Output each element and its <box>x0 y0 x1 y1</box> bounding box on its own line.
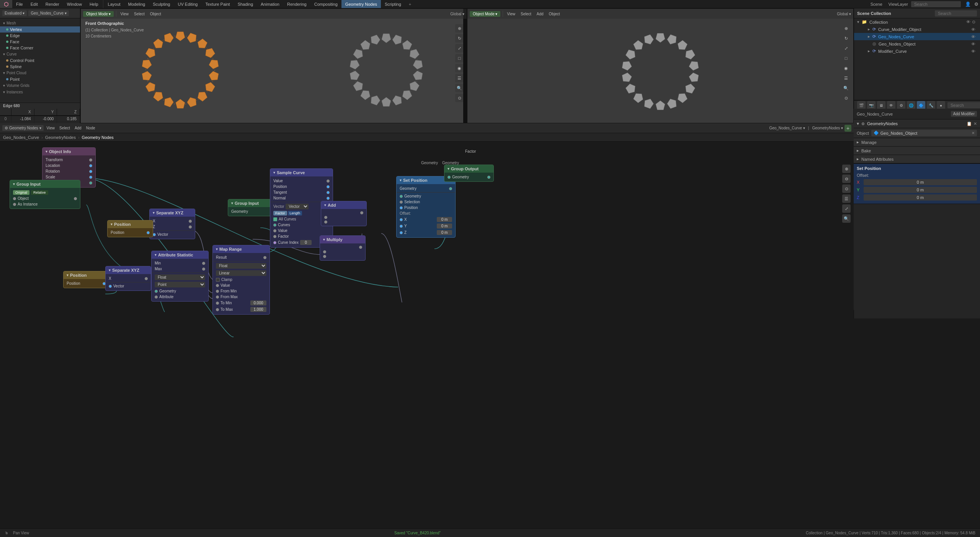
named-attributes-section[interactable]: ▸Named Attributes <box>854 155 980 163</box>
tree-section-mesh[interactable]: ▾Mesh <box>0 20 80 26</box>
header-icon-1[interactable]: 👤 <box>964 0 972 8</box>
node-map-range[interactable]: ▾ Map Range Result Float Lin <box>212 245 270 315</box>
menu-render[interactable]: Render <box>42 0 63 8</box>
checkbox-all-curves[interactable] <box>273 217 277 221</box>
node-editor-mode-btn[interactable]: ⚙ Geometry Nodes ▾ <box>2 125 44 131</box>
tree-item-point[interactable]: Point <box>0 76 80 82</box>
view-icon-1[interactable]: ⊕ <box>455 24 464 33</box>
tab-add[interactable]: + <box>405 0 415 8</box>
node-select-btn[interactable]: Select <box>58 125 72 131</box>
props-icon-object[interactable]: 🔷 <box>917 101 925 109</box>
right-view-icon-6[interactable]: ☰ <box>842 74 850 82</box>
tree-section-volume[interactable]: ▾Volume Grids <box>0 82 80 89</box>
tab-rendering[interactable]: Rendering <box>283 0 310 8</box>
breadcrumb-modifier[interactable]: GeometryNodes <box>45 135 76 140</box>
object-field-value[interactable]: 🔷 Geo_Nodes_Object ✕ <box>871 130 977 136</box>
tree-item-vertex[interactable]: Vertex <box>0 26 80 33</box>
node-add-icon-btn[interactable]: + <box>844 125 851 132</box>
menu-edit[interactable]: Edit <box>27 0 42 8</box>
node-multiply[interactable]: ▾ Multiply <box>320 235 366 261</box>
viewport-object-btn[interactable]: Object <box>149 11 163 17</box>
tab-geometry-nodes[interactable]: Geometry Nodes <box>341 0 381 8</box>
right-add-btn[interactable]: Add <box>535 11 545 17</box>
object-field-x[interactable]: ✕ <box>972 131 975 135</box>
blender-logo[interactable]: ⬡ <box>0 0 12 8</box>
right-view-icon-2[interactable]: ↻ <box>842 34 850 42</box>
add-modifier-btn[interactable]: Add Modifier <box>951 111 977 117</box>
right-view-icon-3[interactable]: ⤢ <box>842 44 850 52</box>
outliner-vis-1[interactable]: 👁 <box>966 20 970 24</box>
view-icon-3[interactable]: ⤢ <box>455 44 464 52</box>
tree-item-face-corner[interactable]: Face Corner <box>0 45 80 51</box>
viewport-left[interactable]: Object Mode ▾ View Select Object Global … <box>80 8 467 123</box>
node-icon-6[interactable]: 🔍 <box>842 214 851 223</box>
bake-section[interactable]: ▸Bake <box>854 147 980 155</box>
outliner-item-curve-modifier[interactable]: ▸ ⟳ Curve_Modifier_Object 👁 <box>854 26 980 33</box>
view-icon-8[interactable]: ⊙ <box>455 94 464 102</box>
right-view-icon-7[interactable]: 🔍 <box>842 84 850 92</box>
checkbox-clamp[interactable] <box>216 278 220 282</box>
menu-file[interactable]: File <box>12 0 27 8</box>
right-view-icon-5[interactable]: ◉ <box>842 64 850 72</box>
mr-float-dropdown[interactable]: Float <box>216 263 266 269</box>
props-icon-material[interactable]: ● <box>937 101 945 109</box>
node-icon-1[interactable]: ⊕ <box>842 165 851 173</box>
to-max-input[interactable] <box>250 307 266 312</box>
breadcrumb-root[interactable]: Geo_Nodes_Curve <box>3 135 39 140</box>
props-icon-view[interactable]: 👁 <box>887 101 895 109</box>
outliner-vis-5[interactable]: 👁 <box>971 42 975 46</box>
sp-z-input[interactable] <box>437 230 452 235</box>
node-add-btn[interactable]: Add <box>73 125 83 131</box>
manage-section[interactable]: ▸Manage <box>854 138 980 147</box>
geo-nodes-icon-1[interactable]: 📋 <box>967 121 972 126</box>
node-add[interactable]: ▾ Add <box>321 201 367 226</box>
right-select-btn[interactable]: Select <box>519 11 533 17</box>
offset-y-value[interactable]: 0 m <box>864 187 977 193</box>
menu-help[interactable]: Help <box>86 0 102 8</box>
node-icon-2[interactable]: ⊖ <box>842 175 851 183</box>
object-dropdown[interactable]: Geo_Nodes_Curve ▾ <box>28 10 69 16</box>
sc-vector-dropdown[interactable]: Vector <box>286 204 309 209</box>
props-icon-scene[interactable]: 🎬 <box>857 101 866 109</box>
node-group-output[interactable]: ▾ Group Output Geometry <box>444 165 494 182</box>
outliner-vis-3[interactable]: 👁 <box>971 27 975 32</box>
node-icon-4[interactable]: ☰ <box>842 194 851 203</box>
node-separate-xyz-2[interactable]: ▾ Separate XYZ X Vector <box>105 266 151 291</box>
outliner-vis-4[interactable]: 👁 <box>971 34 975 39</box>
tree-item-face[interactable]: Face <box>0 39 80 45</box>
btn-original[interactable]: Original <box>13 190 29 195</box>
viewport-select-btn[interactable]: Select <box>132 11 146 17</box>
btn-relative[interactable]: Relative <box>31 190 48 195</box>
tree-section-point-cloud[interactable]: ▾Point Cloud <box>0 70 80 76</box>
sp-x-input[interactable] <box>437 217 452 222</box>
tree-item-edge[interactable]: Edge <box>0 33 80 39</box>
geo-nodes-icon-2[interactable]: ✕ <box>973 121 977 126</box>
object-mode-btn[interactable]: Object Mode ▾ <box>83 11 114 17</box>
offset-x-value[interactable]: 0 m <box>864 179 977 185</box>
view-icon-6[interactable]: ☰ <box>455 74 464 82</box>
props-icon-modifier[interactable]: 🔧 <box>927 101 935 109</box>
node-view-btn[interactable]: View <box>45 125 57 131</box>
node-node-btn[interactable]: Node <box>85 125 97 131</box>
evaluated-dropdown[interactable]: Evaluated ▾ <box>2 10 27 16</box>
menu-window[interactable]: Window <box>63 0 86 8</box>
curve-index-input[interactable] <box>300 240 312 245</box>
right-view-btn[interactable]: View <box>505 11 517 17</box>
node-position-2[interactable]: ▾ Position Position <box>63 271 109 288</box>
node-attribute-statistic[interactable]: ▾ Attribute Statistic Min Max Float <box>151 251 209 302</box>
to-min-input[interactable] <box>250 300 266 305</box>
outliner-vis-6[interactable]: 👁 <box>971 49 975 54</box>
tab-sculpting[interactable]: Sculpting <box>149 0 174 8</box>
node-separate-xyz-1[interactable]: ▾ Separate XYZ X Z Vector <box>149 209 195 239</box>
tag-factor[interactable]: Factor <box>273 211 287 215</box>
node-group-input-top[interactable]: ▾ Group Input Original Relative Object A… <box>10 180 80 209</box>
header-icon-2[interactable]: ⚙ <box>972 0 980 8</box>
attr-stat-point-dropdown[interactable]: Point <box>155 282 205 287</box>
attr-stat-float-dropdown[interactable]: Float <box>155 274 205 280</box>
tab-compositing[interactable]: Compositing <box>310 0 341 8</box>
view-icon-2[interactable]: ↻ <box>455 34 464 42</box>
mr-linear-dropdown[interactable]: Linear <box>216 270 266 276</box>
tree-section-curve[interactable]: ▾Curve <box>0 51 80 57</box>
view-icon-7[interactable]: 🔍 <box>455 84 464 92</box>
outliner-search-input[interactable] <box>935 10 977 16</box>
